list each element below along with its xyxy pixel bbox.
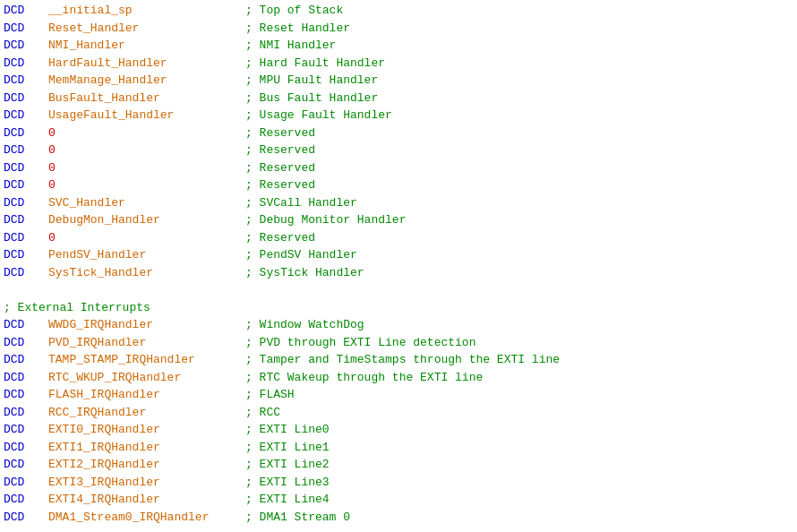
operand: PendSV_Handler [48,246,245,264]
blank-line [0,281,797,299]
table-row: DCDMemManage_Handler; MPU Fault Handler [0,72,797,90]
table-row: DCDBusFault_Handler; Bus Fault Handler [0,90,797,107]
operand: EXTI2_IRQHandler [48,456,245,474]
keyword: DCD [4,491,48,509]
operand: EXTI1_IRQHandler [48,439,245,457]
comment: ; Hard Fault Handler [245,55,385,73]
table-row: DCDDMA1_Stream0_IRQHandler; DMA1 Stream … [0,509,797,527]
comment: ; Reset Handler [245,20,350,38]
table-row: DCDPendSV_Handler; PendSV Handler [0,246,797,264]
table-row: DCDEXTI0_IRQHandler; EXTI Line0 [0,421,797,439]
keyword: DCD [4,20,48,38]
comment: ; Tamper and TimeStamps through the EXTI… [245,351,560,369]
table-row: DCD0; Reserved [0,124,797,142]
comment: ; Reserved [245,159,315,177]
comment: ; EXTI Line3 [245,474,330,492]
keyword: DCD [4,55,48,73]
operand: DMA1_Stream0_IRQHandler [48,509,245,527]
table-row: DCDEXTI3_IRQHandler; EXTI Line3 [0,474,797,492]
comment: ; EXTI Line1 [245,439,330,457]
keyword: DCD [4,211,48,229]
keyword: DCD [4,229,48,247]
operand: 0 [48,124,245,142]
comment: ; Window WatchDog [245,316,364,334]
comment: ; RCC [245,404,280,422]
table-row: DCDTAMP_STAMP_IRQHandler; Tamper and Tim… [0,351,797,369]
table-row: DCDPVD_IRQHandler; PVD through EXTI Line… [0,334,797,352]
keyword: DCD [4,159,48,177]
keyword: DCD [4,404,48,422]
keyword: DCD [4,421,48,439]
operand: WWDG_IRQHandler [48,316,245,334]
keyword: DCD [4,72,48,90]
table-row: DCD0; Reserved [0,176,797,194]
table-row: DCD0; Reserved [0,142,797,159]
operand: __initial_sp [48,2,245,20]
keyword: DCD [4,439,48,457]
keyword: DCD [4,124,48,142]
comment: ; Top of Stack [245,2,343,20]
operand: HardFault_Handler [48,55,245,73]
table-row: DCDEXTI2_IRQHandler; EXTI Line2 [0,456,797,474]
operand: UsageFault_Handler [48,107,245,124]
operand: SVC_Handler [48,194,245,212]
comment: ; EXTI Line4 [245,491,330,509]
operand: 0 [48,159,245,177]
keyword: DCD [4,474,48,492]
table-row: DCDRTC_WKUP_IRQHandler; RTC Wakeup throu… [0,369,797,387]
table-row: DCDHardFault_Handler; Hard Fault Handler [0,55,797,73]
keyword: DCD [4,351,48,369]
operand: EXTI3_IRQHandler [48,474,245,492]
keyword: DCD [4,90,48,107]
table-row: DCDWWDG_IRQHandler; Window WatchDog [0,316,797,334]
comment: ; EXTI Line2 [245,456,330,474]
comment: ; Debug Monitor Handler [245,211,406,229]
comment: ; Usage Fault Handler [245,107,392,124]
operand: RCC_IRQHandler [48,404,245,422]
keyword: DCD [4,316,48,334]
operand: 0 [48,176,245,194]
comment: ; SysTick Handler [245,264,364,282]
operand: RTC_WKUP_IRQHandler [48,369,245,387]
operand: PVD_IRQHandler [48,334,245,352]
operand: 0 [48,229,245,247]
operand: 0 [48,142,245,159]
operand: SysTick_Handler [48,264,245,282]
table-row: DCDNMI_Handler; NMI Handler [0,37,797,55]
keyword: DCD [4,386,48,404]
table-row: DCDSysTick_Handler; SysTick Handler [0,264,797,282]
comment: ; Bus Fault Handler [245,90,378,107]
keyword: DCD [4,246,48,264]
table-row: DCDUsageFault_Handler; Usage Fault Handl… [0,107,797,124]
keyword: DCD [4,456,48,474]
keyword: DCD [4,334,48,352]
table-row: DCD__initial_sp; Top of Stack [0,2,797,20]
keyword: DCD [4,142,48,159]
keyword: DCD [4,176,48,194]
operand: BusFault_Handler [48,90,245,107]
operand: EXTI4_IRQHandler [48,491,245,509]
comment: ; EXTI Line0 [245,421,330,439]
keyword: DCD [4,369,48,387]
comment: ; Reserved [245,176,315,194]
comment: ; NMI Handler [245,37,336,55]
comment: ; FLASH [245,386,295,404]
comment: ; SVCall Handler [245,194,357,212]
table-row: DCDReset_Handler; Reset Handler [0,20,797,38]
operand: EXTI0_IRQHandler [48,421,245,439]
table-row: DCD0; Reserved [0,159,797,177]
operand: FLASH_IRQHandler [48,386,245,404]
table-row: DCDEXTI4_IRQHandler; EXTI Line4 [0,491,797,509]
table-row: DCDFLASH_IRQHandler; FLASH [0,386,797,404]
table-row: DCDDebugMon_Handler; Debug Monitor Handl… [0,211,797,229]
comment: ; PVD through EXTI Line detection [245,334,476,352]
operand: Reset_Handler [48,20,245,38]
comment: ; Reserved [245,229,315,247]
operand: DebugMon_Handler [48,211,245,229]
keyword: DCD [4,2,48,20]
comment: ; Reserved [245,124,315,142]
operand: MemManage_Handler [48,72,245,90]
operand: TAMP_STAMP_IRQHandler [48,351,245,369]
comment-line: ; External Interrupts [0,299,797,317]
keyword: DCD [4,107,48,124]
